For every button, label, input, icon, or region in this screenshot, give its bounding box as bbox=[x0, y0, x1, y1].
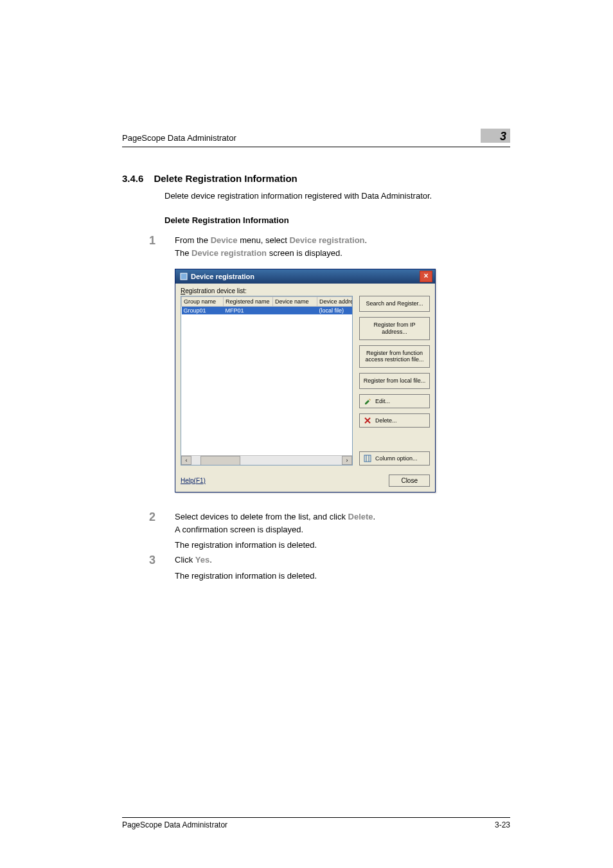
running-title: PageScope Data Administrator bbox=[122, 133, 236, 143]
running-head: PageScope Data Administrator 3 bbox=[122, 129, 510, 147]
footer-right: 3-23 bbox=[495, 820, 510, 829]
col-header[interactable]: Registered name bbox=[224, 297, 273, 307]
section-intro: Delete device registration information r… bbox=[164, 190, 510, 203]
delete-button[interactable]: Delete... bbox=[359, 413, 430, 428]
subheading: Delete Registration Information bbox=[164, 215, 510, 225]
svg-rect-1 bbox=[364, 455, 371, 462]
step-number: 3 bbox=[149, 554, 161, 567]
app-icon bbox=[179, 272, 188, 281]
step: 3 Click Yes. bbox=[149, 554, 510, 567]
step-number: 1 bbox=[149, 234, 161, 260]
cell-regname: MFP01 bbox=[224, 307, 273, 315]
page-footer: PageScope Data Administrator 3-23 bbox=[122, 817, 510, 829]
dialog-title: Device registration bbox=[191, 273, 420, 280]
step-line: From the Device menu, select Device regi… bbox=[175, 235, 367, 245]
table-row[interactable]: Group01 MFP01 (local file) bbox=[182, 307, 352, 315]
register-from-local-file-button[interactable]: Register from local file... bbox=[359, 373, 430, 389]
step-line: The Device registration screen is displa… bbox=[175, 248, 342, 258]
register-from-function-file-button[interactable]: Register from function access restrictio… bbox=[359, 345, 430, 368]
scroll-left-button[interactable]: ‹ bbox=[181, 456, 191, 465]
register-from-ip-button[interactable]: Register from IP address... bbox=[359, 317, 430, 340]
svg-rect-0 bbox=[181, 273, 187, 280]
edit-icon bbox=[364, 397, 371, 405]
scroll-track[interactable] bbox=[191, 456, 342, 465]
chapter-badge: 3 bbox=[481, 129, 510, 143]
device-list[interactable]: Group name Registered name Device name D… bbox=[181, 296, 353, 466]
step-result: The registration information is deleted. bbox=[175, 571, 510, 581]
search-and-register-button[interactable]: Search and Register... bbox=[359, 296, 430, 312]
footer-left: PageScope Data Administrator bbox=[122, 820, 227, 829]
horizontal-scrollbar[interactable]: ‹ › bbox=[181, 455, 352, 465]
step-line: Click Yes. bbox=[175, 555, 212, 565]
close-icon[interactable]: × bbox=[420, 271, 432, 282]
help-link[interactable]: Help(F1) bbox=[181, 477, 206, 484]
step-body: From the Device menu, select Device regi… bbox=[175, 234, 367, 260]
chapter-number: 3 bbox=[500, 130, 506, 143]
column-option-button[interactable]: Column option... bbox=[359, 451, 430, 466]
step: 2 Select devices to delete from the list… bbox=[149, 511, 510, 536]
cell-group: Group01 bbox=[182, 307, 224, 315]
scroll-right-button[interactable]: › bbox=[342, 456, 352, 465]
col-header[interactable]: Device address bbox=[317, 297, 352, 307]
step-body: Click Yes. bbox=[175, 554, 212, 567]
registration-list-label: Registration device list: bbox=[181, 287, 430, 294]
step-line: Select devices to delete from the list, … bbox=[175, 512, 375, 521]
step-result: The registration information is deleted. bbox=[175, 540, 510, 550]
columns-icon bbox=[364, 455, 371, 462]
cell-devaddr: (local file) bbox=[317, 307, 352, 315]
device-registration-dialog: Device registration × Registration devic… bbox=[175, 269, 436, 493]
step-number: 2 bbox=[149, 511, 161, 536]
edit-button[interactable]: Edit... bbox=[359, 394, 430, 408]
dialog-titlebar: Device registration × bbox=[175, 269, 435, 284]
step-body: Select devices to delete from the list, … bbox=[175, 511, 375, 536]
col-header[interactable]: Group name bbox=[182, 297, 224, 307]
delete-icon bbox=[364, 417, 371, 424]
section-number: 3.4.6 bbox=[122, 173, 143, 184]
cell-devname bbox=[273, 307, 317, 315]
step-line: A confirmation screen is displayed. bbox=[175, 525, 303, 534]
section-title: Delete Registration Information bbox=[154, 173, 297, 184]
scroll-thumb[interactable] bbox=[200, 456, 240, 466]
col-header[interactable]: Device name bbox=[273, 297, 317, 307]
step: 1 From the Device menu, select Device re… bbox=[149, 234, 510, 260]
section-heading: 3.4.6 Delete Registration Information bbox=[122, 173, 510, 184]
close-button[interactable]: Close bbox=[389, 475, 430, 487]
